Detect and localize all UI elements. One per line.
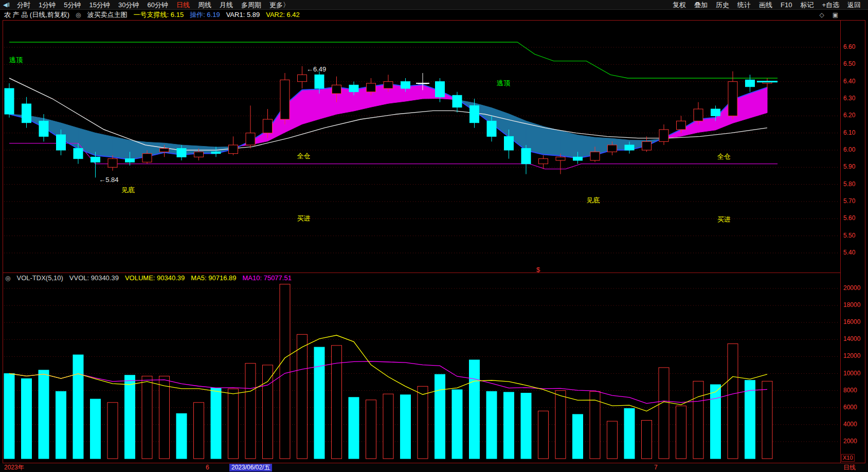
volume-bar [452,390,462,459]
candle-body [108,159,117,168]
candle-body [608,145,617,152]
menu-item-60min[interactable]: 60分钟 [143,0,172,10]
menu-item-monthly[interactable]: 月线 [215,0,237,10]
volume-bar [711,385,721,459]
candle-body [677,121,686,130]
volume-bar [521,393,531,459]
candle-body [349,85,358,92]
menu-item-draw-line[interactable]: 画线 [755,0,776,10]
candle-body [573,157,583,160]
volume-axis-label: 20000 [843,284,860,292]
menu-item-timeshare[interactable]: 分时 [13,0,34,10]
candle-body [229,145,238,154]
menu-item-multi-period[interactable]: 多周期 [237,0,265,10]
volume-axis-label: 8000 [843,387,857,394]
volume-bar [263,365,273,459]
price-axis-label: 5.50 [843,232,855,240]
indicator-field-3: VAR2: 6.42 [266,10,300,20]
price-axis-label: 6.50 [843,60,855,68]
chart-annotation: 买进 [297,214,310,222]
candle-body [332,85,341,94]
volume-bar [159,376,170,459]
price-axis-label: 6.30 [843,95,855,102]
menu-item-1min[interactable]: 1分钟 [34,0,60,10]
menu-item-adjust[interactable]: 复权 [668,0,690,10]
selected-date[interactable]: 2023/06/02/五 [229,464,272,471]
volume-bar [401,395,411,459]
volume-bar [297,334,308,459]
volume-bar [39,370,49,459]
menu-item-add-watchlist[interactable]: +自选 [818,0,843,10]
menu-item-30min[interactable]: 30分钟 [114,0,143,10]
volume-bar [538,411,549,459]
chart-annotation: $ [536,266,540,273]
volume-bar [22,378,32,459]
candle-body [194,152,204,157]
volume-collapse-icon[interactable]: ◎ [5,274,10,282]
indicator-field-1: 操作: 6.19 [190,10,220,20]
volume-bar [56,391,66,459]
wave-band [560,131,578,158]
candle-body [694,109,703,121]
volume-axis-label: 6000 [843,404,857,411]
main-price-chart[interactable]: 逃顶逃顶见底见底买进买进全仓全仓←6.49←5.84$ [3,21,840,273]
axis-separator [840,20,841,463]
volume-bar [91,399,101,459]
volume-bar [366,400,376,459]
chart-annotation: 全仓 [297,152,310,160]
menu-item-back[interactable]: 返回 [843,0,865,10]
candle-body [642,141,652,150]
volume-header: ◎ VOL-TDX(5,10)VVOL: 90340.39VOLUME: 903… [5,274,292,282]
menu-item-overlay[interactable]: 叠加 [690,0,712,10]
volume-header-field-4: MA10: 75077.51 [242,274,291,282]
diamond-icon[interactable]: ◇ [819,10,824,20]
candle-body [504,136,514,150]
price-axis-label: 5.40 [843,249,855,257]
chart-annotation: 逃顶 [9,56,23,64]
candle-body [436,82,445,97]
volume-bar [349,397,359,459]
menu-item-history[interactable]: 历史 [712,0,733,10]
top-menu-bar: ◀‖ 分时1分钟5分钟15分钟30分钟60分钟日线周线月线多周期更多〉 复权叠加… [0,0,868,10]
symbol-title: 农 产 品 (日线,前复权) [4,10,69,20]
volume-bar [211,388,221,459]
menu-item-statistics[interactable]: 统计 [733,0,755,10]
panel-separator [3,273,840,273]
volume-bar [745,380,755,459]
time-axis-bar[interactable]: 2023年62023/06/02/五7日线 [0,463,868,472]
chart-annotation: 逃顶 [497,79,511,87]
chart-annotation: ←6.49 [306,65,326,73]
month-marker-june: 6 [206,464,209,471]
candle-body [142,154,152,162]
indicator-field-2: VAR1: 5.89 [226,10,260,20]
volume-bar [728,344,738,459]
menu-item-f10[interactable]: F10 [776,0,796,10]
candle-body [470,105,479,122]
price-axis-label: 6.20 [843,112,855,119]
volume-axis-label: 2000 [843,438,857,445]
candle-body [367,83,376,92]
indicator-field-0: 一号支撑线: 6.15 [134,10,184,20]
volume-bar [693,381,703,459]
window-control-icon[interactable]: ◀‖ [0,0,13,10]
menu-item-15min[interactable]: 15分钟 [85,0,114,10]
candle-body [487,121,496,136]
menu-item-daily[interactable]: 日线 [172,0,194,10]
indicator-collapse-icon[interactable]: ◎ [76,10,81,20]
volume-axis-label: 4000 [843,421,857,428]
price-axis-label: 6.00 [843,146,855,154]
panel-icon[interactable]: ▣ [833,10,838,20]
candle-body [315,75,324,88]
menu-item-weekly[interactable]: 周线 [194,0,215,10]
candle-body [263,119,273,133]
menu-item-more[interactable]: 更多〉 [265,0,294,10]
volume-bar [607,421,618,459]
volume-bar [142,376,152,459]
menu-item-mark[interactable]: 标记 [796,0,818,10]
wave-band [96,133,113,157]
candle-body [280,80,290,119]
candle-body [539,159,548,164]
menu-item-5min[interactable]: 5分钟 [60,0,85,10]
volume-chart[interactable] [3,283,840,463]
candle-body [177,149,186,157]
